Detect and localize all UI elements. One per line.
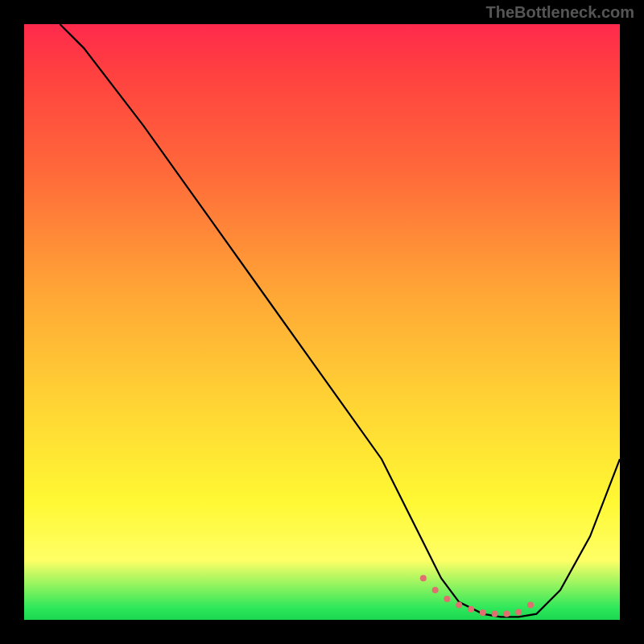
watermark-text: TheBottleneck.com bbox=[486, 3, 634, 22]
valley-marker-dot bbox=[432, 587, 439, 593]
valley-marker-dot bbox=[492, 611, 498, 617]
curve-svg bbox=[24, 24, 620, 620]
valley-marker-dot bbox=[480, 609, 486, 616]
valley-marker-dot bbox=[420, 575, 427, 581]
valley-marker-dot bbox=[468, 606, 474, 613]
valley-marker-dot bbox=[456, 602, 462, 609]
valley-marker-dot bbox=[515, 609, 522, 615]
chart-container: TheBottleneck.com bbox=[0, 0, 644, 644]
valley-marker-dot bbox=[444, 596, 450, 602]
bottleneck-curve bbox=[60, 24, 620, 617]
valley-marker-dot bbox=[503, 611, 510, 617]
valley-marker-dot bbox=[527, 602, 534, 609]
plot-area bbox=[24, 24, 620, 620]
